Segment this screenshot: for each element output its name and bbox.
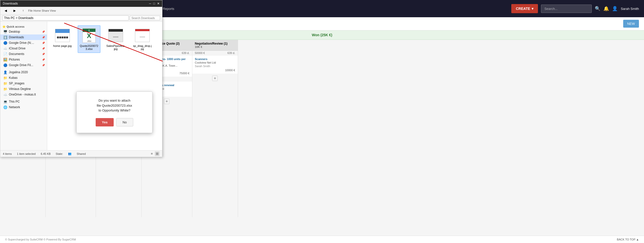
close-icon[interactable]: ✕: [157, 2, 160, 5]
sidebar-item-vilniaus[interactable]: 📁 Vilniaus Degtine: [0, 86, 47, 92]
create-button[interactable]: CREATE ▾: [511, 4, 538, 13]
pictures-icon: 🖼️: [3, 58, 7, 62]
sidebar-item-google-drive-files[interactable]: 🔵 Google Drive Fil... 📌: [0, 62, 47, 68]
icloud-icon: ☁️: [3, 46, 7, 50]
fe-sidebar: ⭐ Quick access 🖥️ Desktop 📌 ⬇️ Downloads…: [0, 22, 47, 150]
statusbar-state-label: State:: [56, 152, 63, 155]
file-item-homepage[interactable]: ⬛⬛⬛⬛⬛ home page.jpg: [51, 25, 74, 53]
file-item-dragdrop[interactable]: ▬▬▬ sp_drag_drop.jpg: [131, 25, 154, 53]
statusbar-state-icon: 👥: [68, 152, 72, 155]
crm-footer: © Supercharged by SuiteCRM © Powered By …: [0, 236, 644, 243]
search-files-input[interactable]: [130, 16, 160, 20]
search-icon[interactable]: 🔍: [595, 6, 600, 11]
col-header-negotiation: Negotiation/Review (1) 10K €: [192, 40, 238, 51]
file-item-quote-xlsx[interactable]: X X .xlsx Quote20200723.xlsx: [78, 25, 100, 53]
filename-quote-xlsx: Quote20200723.xlsx: [79, 44, 99, 50]
vilniaus-folder-icon: 📁: [3, 87, 7, 91]
desktop-icon: 🖥️: [3, 30, 7, 34]
google-drive-icon: 🔵: [3, 41, 7, 45]
quick-access-icon: ⭐: [2, 25, 6, 28]
fe-title: Downloads: [3, 2, 18, 5]
dialog-text: Do you want to attachfile Quote20200723.…: [84, 98, 145, 113]
file-icon-homepage: ⬛⬛⬛⬛⬛: [55, 28, 70, 43]
onedrive-icon: ☁️: [3, 92, 7, 97]
attach-file-dialog: Do you want to attachfile Quote20200723.…: [76, 91, 152, 133]
fe-toolbar: ◀ ▶ ↑ File Home Share View: [0, 7, 162, 15]
fe-titlebar: Downloads ─ □ ✕: [0, 0, 162, 7]
address-input[interactable]: [2, 15, 129, 21]
filename-dragdrop: sp_drag_drop.jpg: [133, 44, 152, 50]
file-explorer-window: Downloads ─ □ ✕ ◀ ▶ ↑ File Home Share Vi…: [0, 0, 162, 157]
file-icon-dragdrop: ▬▬▬: [135, 28, 150, 43]
network-icon: 🌐: [3, 105, 7, 109]
notifications-icon[interactable]: 🔔: [603, 6, 609, 11]
chevron-down-icon: ▾: [532, 7, 533, 11]
back-to-top[interactable]: BACK TO TOP ▲: [617, 238, 639, 241]
statusbar-state-value: Shared: [77, 152, 86, 155]
create-label: CREATE: [516, 7, 530, 11]
minimize-icon[interactable]: ─: [149, 2, 151, 5]
col-metrics-negotiation: 50000 € 639 d.: [192, 51, 238, 55]
add-card-btn-negotiation[interactable]: +: [212, 76, 218, 81]
statusbar-size: 6.45 KB: [41, 152, 50, 155]
fe-files-grid: ⬛⬛⬛⬛⬛ home page.jpg X X .xlsx Quote202: [50, 24, 160, 54]
file-item-salespipe[interactable]: ▬▬▬ SalesPipeview.jpg: [104, 25, 127, 53]
quick-access-section: ⭐ Quick access: [0, 24, 47, 29]
dialog-buttons: Yes No: [84, 118, 145, 126]
statusbar-items: 4 items: [3, 152, 12, 155]
won-section-label: Won (25K €): [312, 33, 332, 37]
sidebar-item-sp-images[interactable]: 📁 SP_images: [0, 81, 47, 86]
thispc-icon: 💻: [3, 100, 7, 104]
fe-statusbar: 4 items 1 item selected 6.45 KB State: 👥…: [0, 150, 162, 157]
pipeline-col-negotiation: Negotiation/Review (1) 10K € 50000 € 639…: [192, 40, 238, 217]
sidebar-item-jogalina[interactable]: 👤 Jogalina 2020: [0, 69, 47, 75]
user-name[interactable]: Sarah Smith: [621, 7, 639, 11]
add-card-btn-proposal[interactable]: +: [164, 99, 170, 104]
file-icon-quote-xlsx: X X .xlsx: [81, 28, 97, 43]
user-icon[interactable]: 👤: [612, 6, 618, 11]
jogalina-icon: 👤: [3, 70, 7, 74]
sidebar-item-thispc[interactable]: 💻 This PC: [0, 99, 47, 104]
kubas-folder-icon: 📁: [3, 76, 7, 80]
maximize-icon[interactable]: □: [153, 2, 155, 5]
google-drive-files-icon: 🔵: [3, 63, 7, 67]
sidebar-item-google-drive[interactable]: 🔵 Google Drive (N:... 📌: [0, 40, 47, 46]
dialog-no-button[interactable]: No: [116, 118, 133, 126]
documents-icon: 📄: [3, 52, 7, 56]
sidebar-item-documents[interactable]: 📄 Documents 📌: [0, 51, 47, 57]
footer-left: © Supercharged by SuiteCRM © Powered By …: [5, 238, 76, 241]
sidebar-item-icloud[interactable]: ☁️ iCloud Drive 📌: [0, 46, 47, 51]
sidebar-item-downloads[interactable]: ⬇️ Downloads 📌: [0, 34, 47, 40]
filename-salespipe: SalesPipeview.jpg: [106, 44, 125, 50]
sidebar-item-desktop[interactable]: 🖥️ Desktop 📌: [0, 29, 47, 34]
fe-address-bar: [0, 15, 162, 22]
pipeline-card-scanners[interactable]: Scanners Coolview Net Ltd Sarah Smith 10…: [192, 55, 238, 74]
fe-toolbar-share: File Home Share View: [28, 9, 56, 12]
dialog-yes-button[interactable]: Yes: [96, 118, 113, 126]
forward-button[interactable]: ▶: [11, 8, 18, 13]
sp-images-folder-icon: 📁: [3, 81, 7, 85]
statusbar-selected: 1 item selected: [17, 152, 36, 155]
crm-header-right: CREATE ▾ 🔍 🔔 👤 Sarah Smith: [511, 4, 639, 13]
downloads-icon: ⬇️: [3, 35, 7, 39]
grid-view-btn[interactable]: ⊞: [155, 151, 160, 156]
back-button[interactable]: ◀: [2, 8, 9, 13]
sidebar-item-pictures[interactable]: 🖼️ Pictures 📌: [0, 57, 47, 62]
sidebar-item-onedrive[interactable]: ☁️ OneDrive - mokas.lt: [0, 92, 47, 97]
new-button[interactable]: NEW: [623, 20, 639, 28]
up-button[interactable]: ↑: [20, 8, 26, 13]
sidebar-item-kubas[interactable]: 📁 Kubas: [0, 75, 47, 81]
sidebar-item-network[interactable]: 🌐 Network: [0, 104, 47, 110]
filename-homepage: home page.jpg: [53, 44, 72, 47]
search-input[interactable]: [541, 5, 592, 13]
list-view-btn[interactable]: ≡: [150, 151, 154, 156]
file-icon-salespipe: ▬▬▬: [108, 28, 123, 43]
